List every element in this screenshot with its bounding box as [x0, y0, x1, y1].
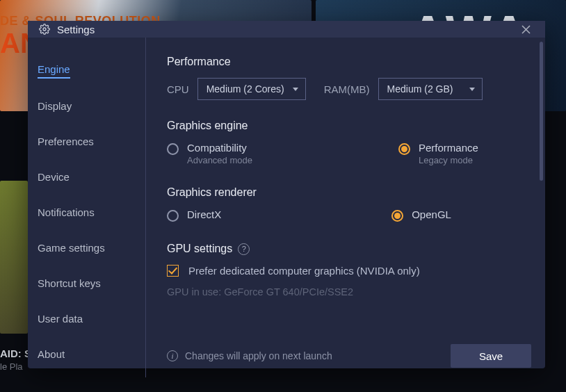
settings-footer: i Changes will apply on next launch Save [167, 344, 531, 368]
settings-sidebar: Engine Display Preferences Device Notifi… [28, 38, 146, 377]
sidebar-item-notifications[interactable]: Notifications [38, 200, 95, 224]
modal-header: Settings [28, 21, 545, 38]
radio-icon [167, 210, 179, 222]
section-title-performance: Performance [167, 56, 531, 68]
gpu-settings-label: GPU settings [167, 243, 232, 255]
radio-opengl[interactable]: OpenGL [391, 209, 451, 222]
prefer-dedicated-checkbox[interactable]: Prefer dedicated computer graphics (NVID… [167, 265, 531, 277]
graphics-engine-row: Compatibility Advanced mode Performance … [167, 142, 531, 165]
sidebar-item-preferences[interactable]: Preferences [38, 129, 94, 154]
chevron-down-icon [293, 88, 298, 91]
ram-select-value: Medium (2 GB) [387, 83, 453, 95]
checkbox-icon [167, 265, 179, 277]
cpu-select[interactable]: Medium (2 Cores) [197, 78, 306, 100]
close-button[interactable] [517, 21, 534, 38]
svg-point-0 [43, 28, 46, 31]
radio-performance[interactable]: Performance Legacy mode [398, 142, 478, 165]
radio-icon [167, 143, 179, 155]
radio-compatibility[interactable]: Compatibility Advanced mode [167, 142, 252, 165]
cpu-select-value: Medium (2 Cores) [207, 83, 284, 95]
sidebar-item-engine[interactable]: Engine [38, 57, 70, 79]
scrollbar[interactable] [540, 42, 543, 181]
radio-label: Performance [419, 142, 478, 154]
save-button[interactable]: Save [451, 344, 531, 368]
bg-game-subtitle: le Pla [0, 361, 23, 372]
graphics-renderer-row: DirectX OpenGL [167, 209, 531, 222]
gpu-in-use-text: GPU in use: GeForce GT 640/PCIe/SSE2 [167, 286, 531, 297]
radio-icon [391, 210, 403, 222]
modal-body: Engine Display Preferences Device Notifi… [28, 38, 545, 377]
radio-label: Compatibility [187, 142, 252, 154]
radio-sublabel: Legacy mode [419, 155, 478, 165]
sidebar-item-display[interactable]: Display [38, 94, 72, 118]
section-title-gpu-settings: GPU settings ? [167, 243, 531, 255]
sidebar-item-shortcut-keys[interactable]: Shortcut keys [38, 271, 101, 295]
settings-modal: Settings Engine Display Preferences Devi… [28, 21, 545, 368]
close-icon [521, 25, 531, 34]
settings-content: Performance CPU Medium (2 Cores) RAM(MB)… [146, 38, 545, 377]
bg-game-title: AID: S [0, 348, 31, 359]
sidebar-item-device[interactable]: Device [38, 165, 70, 189]
bg-tile [0, 181, 28, 334]
radio-directx[interactable]: DirectX [167, 209, 221, 222]
sidebar-item-user-data[interactable]: User data [38, 307, 83, 331]
checkbox-label: Prefer dedicated computer graphics (NVID… [188, 265, 420, 277]
info-icon: i [167, 350, 178, 361]
footer-note: Changes will apply on next launch [185, 350, 332, 361]
gear-icon [39, 24, 50, 35]
cpu-label: CPU [167, 83, 189, 95]
section-title-graphics-renderer: Graphics renderer [167, 186, 531, 199]
help-icon[interactable]: ? [238, 243, 250, 255]
chevron-down-icon [469, 88, 475, 91]
modal-title: Settings [57, 24, 95, 35]
radio-label: DirectX [187, 209, 221, 220]
radio-icon [398, 143, 410, 155]
performance-row: CPU Medium (2 Cores) RAM(MB) Medium (2 G… [167, 78, 531, 100]
section-title-graphics-engine: Graphics engine [167, 120, 531, 132]
ram-label: RAM(MB) [324, 83, 370, 95]
ram-select[interactable]: Medium (2 GB) [378, 78, 483, 100]
sidebar-item-about[interactable]: About [38, 342, 65, 366]
radio-sublabel: Advanced mode [187, 155, 252, 165]
sidebar-item-game-settings[interactable]: Game settings [38, 236, 105, 260]
radio-label: OpenGL [412, 209, 451, 220]
